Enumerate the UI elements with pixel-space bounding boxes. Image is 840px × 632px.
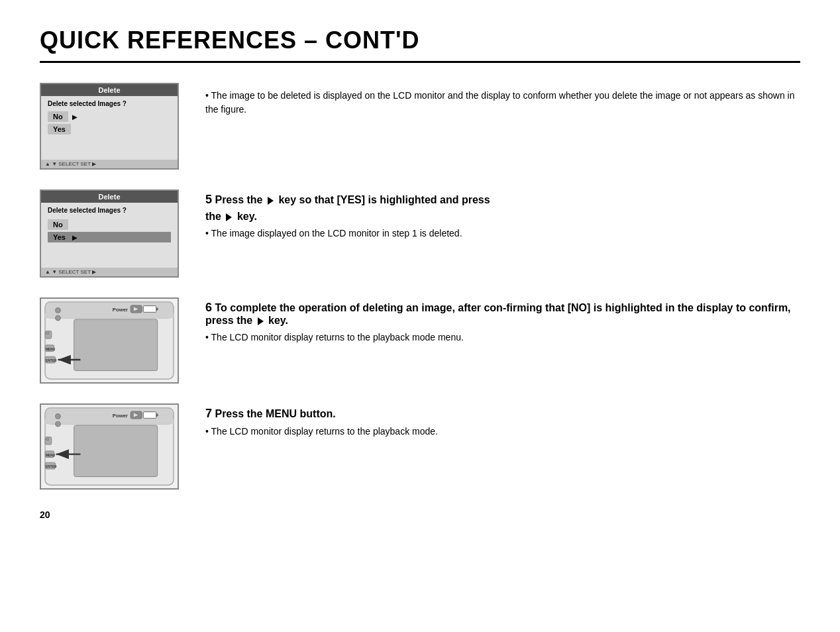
svg-point-28 (56, 421, 61, 427)
delete-box-1: Delete Delete selected Images ? No ▶ Yes… (40, 83, 179, 170)
right-arrow-step5-1 (268, 197, 274, 205)
delete-box-footer-2: ▲ ▼ SELECT SET ▶ (41, 268, 178, 276)
svg-rect-29 (74, 425, 158, 477)
footer-text-1: ▲ ▼ SELECT SET ▶ (45, 161, 96, 167)
svg-rect-25 (143, 412, 156, 419)
page-number: 20 (40, 509, 800, 520)
delete-box-body-2: Delete selected Images ? No Yes ▶ (41, 203, 178, 268)
step-6-title: 6 To complete the operation of deleting … (205, 301, 800, 327)
svg-text:Power: Power (113, 307, 128, 313)
svg-point-9 (56, 315, 61, 321)
delete-box-header-2: Delete (41, 191, 178, 203)
svg-rect-7 (156, 308, 158, 311)
yes-option-1: Yes (48, 124, 71, 134)
delete-question-2: Delete selected Images ? (48, 207, 171, 214)
step-7-num: 7 (205, 407, 212, 420)
yes-option-2: Yes (49, 233, 70, 242)
camera-illustration-2: Power IO MENU ENTER (40, 403, 179, 490)
left-panel-0: Delete Delete selected Images ? No ▶ Yes… (40, 83, 185, 170)
left-panel-7: Power IO MENU ENTER (40, 403, 185, 490)
delete-box-body-1: Delete selected Images ? No ▶ Yes (41, 96, 178, 160)
svg-point-27 (56, 414, 61, 419)
left-panel-6: Power IO (40, 297, 185, 384)
right-arrow-step6 (258, 317, 264, 325)
svg-text:ENTER: ENTER (46, 465, 57, 468)
step-5-title-2: the key. (205, 211, 800, 223)
step-5-num: 5 (205, 193, 212, 206)
section-6-row: Power IO (40, 297, 800, 384)
svg-rect-2 (45, 313, 174, 318)
delete-box-header-1: Delete (41, 84, 178, 96)
svg-text:IO: IO (46, 438, 49, 441)
delete-question-1: Delete selected Images ? (48, 100, 171, 107)
no-option-2: No (48, 219, 68, 230)
svg-text:MENU: MENU (46, 348, 56, 351)
camera-illustration-1: Power IO (40, 297, 179, 384)
right-panel-7: 7 Press the MENU button. The LCD monitor… (205, 403, 800, 439)
step-6-num: 6 (205, 301, 212, 314)
right-panel-6: 6 To complete the operation of deleting … (205, 297, 800, 344)
no-option-1: No (48, 111, 68, 122)
yes-arrow-2: ▶ (72, 234, 78, 241)
right-panel-0: The image to be deleted is displayed on … (205, 83, 800, 117)
svg-text:MENU: MENU (46, 454, 56, 457)
svg-point-8 (56, 308, 61, 313)
step-5-title: 5 Press the key so that [YES] is highlig… (205, 193, 800, 207)
svg-rect-6 (143, 306, 156, 313)
step-7-text: Press the MENU button. (215, 408, 335, 419)
delete-box-footer-1: ▲ ▼ SELECT SET ▶ (41, 160, 178, 168)
section-info: Delete Delete selected Images ? No ▶ Yes… (40, 83, 800, 170)
right-panel-5: 5 Press the key so that [YES] is highlig… (205, 189, 800, 240)
info-bullet: The image to be deleted is displayed on … (205, 89, 800, 117)
svg-rect-21 (45, 419, 174, 424)
svg-text:Power: Power (113, 413, 128, 419)
svg-rect-10 (74, 319, 158, 371)
page-title: QUICK REFERENCES – CONT'D (40, 26, 800, 63)
section-5-row: Delete Delete selected Images ? No Yes ▶… (40, 189, 800, 278)
svg-text:ENTER: ENTER (46, 359, 57, 362)
step-5-bullet: The image displayed on the LCD monitor i… (205, 227, 800, 240)
svg-rect-26 (156, 414, 158, 417)
svg-text:IO: IO (46, 332, 49, 335)
right-arrow-step5-2 (226, 213, 232, 221)
step-6-bullet: The LCD monitor display returns to the p… (205, 331, 800, 344)
step-7-bullet: The LCD monitor display returns to the p… (205, 425, 800, 439)
left-panel-5: Delete Delete selected Images ? No Yes ▶… (40, 189, 185, 278)
step-7-title: 7 Press the MENU button. (205, 407, 800, 421)
footer-text-2: ▲ ▼ SELECT SET ▶ (45, 269, 96, 275)
section-7-row: Power IO MENU ENTER (40, 403, 800, 490)
delete-box-2: Delete Delete selected Images ? No Yes ▶… (40, 189, 179, 278)
content-area: Delete Delete selected Images ? No ▶ Yes… (40, 83, 800, 490)
no-arrow-1: ▶ (72, 113, 78, 121)
